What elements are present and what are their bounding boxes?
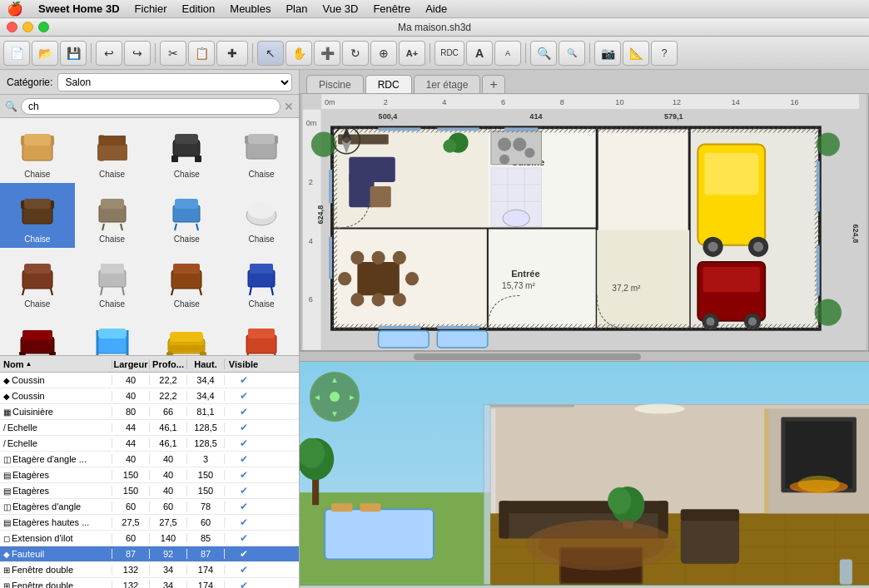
view3d[interactable]: ▲ ▼ ◄ ► — [300, 361, 869, 586]
tab-rdc[interactable]: RDC — [365, 75, 412, 93]
furniture-item[interactable]: Chaise — [0, 248, 75, 313]
furniture-item[interactable]: Chaise — [75, 118, 150, 183]
zoom-out[interactable]: 🔍 — [559, 41, 585, 66]
nav-up-arrow[interactable]: ▲ — [330, 375, 339, 384]
help-button[interactable]: ? — [651, 41, 678, 66]
paste-button[interactable]: 📋 — [188, 41, 215, 66]
table-row[interactable]: ⊞ Fenêtre double 132 34 174 ✔ — [0, 578, 299, 588]
select-tool[interactable]: ↖ — [257, 41, 284, 66]
table-row[interactable]: ⊞ Fenêtre double 132 34 174 ✔ — [0, 562, 299, 578]
measure-button[interactable]: 📐 — [623, 41, 649, 66]
svg-line-27 — [196, 224, 198, 230]
menu-fenetre[interactable]: Fenêtre — [366, 2, 417, 16]
furniture-item[interactable]: Fauteuil — [150, 313, 225, 355]
furniture-icon — [236, 189, 286, 235]
furniture-item-selected[interactable]: Chaise — [0, 183, 75, 248]
furniture-item[interactable]: Chaise — [150, 183, 225, 248]
save-button[interactable]: 💾 — [60, 41, 87, 66]
row-width: 150 — [112, 470, 150, 480]
furniture-item[interactable]: Chaise — [75, 248, 150, 313]
furniture-item[interactable]: Chaise — [224, 313, 299, 355]
table-row[interactable]: ▦ Cuisinière 80 66 81,1 ✔ — [0, 404, 299, 420]
table-row[interactable]: ◻ Extension d'ilot 60 140 85 ✔ — [0, 531, 299, 546]
furniture-item[interactable]: Chaise — [224, 118, 299, 183]
text-size[interactable]: A+ — [399, 41, 425, 66]
zoom-in[interactable]: 🔍 — [530, 41, 557, 66]
nav-left-arrow[interactable]: ◄ — [313, 393, 321, 402]
row-icon: ▤ — [3, 518, 11, 527]
floorplan-svg: 0m 2 4 6 8 10 12 14 16 0m 2 4 6 500,4 41… — [300, 94, 868, 350]
navigation-widget[interactable]: ▲ ▼ ◄ ► — [310, 372, 360, 422]
furniture-item[interactable]: Chaise — [0, 313, 75, 355]
col-width[interactable]: Largeur — [112, 359, 150, 369]
svg-text:624,8: 624,8 — [316, 205, 325, 225]
table-row[interactable]: / Echelle 44 46,1 128,5 ✔ — [0, 420, 299, 436]
nav-right-arrow[interactable]: ► — [348, 393, 356, 402]
menu-sweethome[interactable]: Sweet Home 3D — [32, 2, 127, 16]
row-height: 81,1 — [187, 407, 225, 417]
nav-circle[interactable]: ▲ ▼ ◄ ► — [310, 372, 360, 422]
col-height[interactable]: Haut. — [187, 359, 225, 369]
tab-piscine[interactable]: Piscine — [306, 75, 364, 93]
undo-button[interactable]: ↩ — [96, 41, 122, 66]
text-a1[interactable]: A — [466, 41, 493, 66]
camera-button[interactable]: 📷 — [594, 41, 621, 66]
col-depth[interactable]: Profo... — [150, 359, 187, 369]
maximize-button[interactable] — [38, 22, 49, 32]
search-clear-button[interactable]: ✕ — [284, 100, 294, 113]
new-button[interactable]: 📄 — [3, 41, 30, 66]
table-row[interactable]: ▤ Etagères hautes ... 27,5 27,5 60 ✔ — [0, 515, 299, 531]
nav-center[interactable] — [330, 392, 340, 402]
menu-meubles[interactable]: Meubles — [223, 2, 277, 16]
furniture-item[interactable]: Chaise — [224, 248, 299, 313]
furniture-item[interactable]: Chaise — [224, 183, 299, 248]
furniture-item[interactable]: Chaise — [75, 313, 150, 355]
apple-menu[interactable]: 🍎 — [7, 1, 23, 17]
table-row[interactable]: ◆ Coussin 40 22,2 34,4 ✔ — [0, 373, 299, 388]
table-row[interactable]: / Echelle 44 46,1 128,5 ✔ — [0, 436, 299, 452]
nav-down-arrow[interactable]: ▼ — [330, 409, 339, 418]
furniture-item[interactable]: Chaise — [150, 118, 225, 183]
col-visible[interactable]: Visible — [225, 359, 262, 369]
furniture-item[interactable]: Chaise — [150, 248, 225, 313]
text-a2[interactable]: A — [494, 41, 521, 66]
tab-1er-etage[interactable]: 1er étage — [414, 75, 481, 93]
furniture-item[interactable]: Chaise — [0, 118, 75, 183]
menu-vue3d[interactable]: Vue 3D — [315, 2, 365, 16]
add-button[interactable]: ✚ — [216, 41, 248, 66]
table-row[interactable]: ▤ Etagères 150 40 150 ✔ — [0, 467, 299, 483]
row-icon: ◫ — [3, 502, 11, 511]
minimize-button[interactable] — [22, 22, 33, 32]
pan-tool[interactable]: ✋ — [286, 41, 312, 66]
row-height: 174 — [187, 565, 225, 575]
close-button[interactable] — [7, 22, 17, 32]
create-room[interactable]: ➕ — [314, 41, 340, 66]
category-select[interactable]: Salon — [57, 73, 292, 91]
row-height: 150 — [187, 470, 225, 480]
table-row[interactable]: ◫ Etagères d'angle 60 60 78 ✔ — [0, 499, 299, 515]
row-icon: ▤ — [3, 471, 11, 480]
floorplan-scrollbar[interactable] — [300, 351, 869, 361]
col-name[interactable]: Nom ▲ — [0, 359, 112, 369]
table-row[interactable]: ◆ Fauteuil 87 92 87 ✔ — [0, 546, 299, 562]
svg-rect-169 — [484, 405, 490, 585]
redo-button[interactable]: ↪ — [124, 41, 151, 66]
menu-aide[interactable]: Aide — [419, 2, 454, 16]
row-depth: 22,2 — [150, 375, 187, 385]
rotate-tool[interactable]: ↻ — [342, 41, 369, 66]
menu-fichier[interactable]: Fichier — [128, 2, 174, 16]
tab-add-button[interactable]: + — [482, 75, 504, 93]
search-input[interactable] — [21, 98, 281, 115]
floorplan-area[interactable]: 0m 2 4 6 8 10 12 14 16 0m 2 4 6 500,4 41… — [300, 93, 869, 351]
menu-plan[interactable]: Plan — [279, 2, 314, 16]
table-row[interactable]: ◆ Coussin 40 22,2 34,4 ✔ — [0, 388, 299, 404]
table-row[interactable]: ▤ Etagères 150 40 150 ✔ — [0, 483, 299, 499]
table-row[interactable]: ◫ Etagère d'angle ... 40 40 3 ✔ — [0, 452, 299, 467]
rdc-button[interactable]: RDC — [434, 41, 464, 66]
rotate2-tool[interactable]: ⊕ — [370, 41, 397, 66]
furniture-item[interactable]: Chaise — [75, 183, 150, 248]
cut-button[interactable]: ✂ — [160, 41, 186, 66]
menu-edition[interactable]: Edition — [176, 2, 222, 16]
furniture-icon — [12, 189, 62, 235]
open-button[interactable]: 📂 — [32, 41, 58, 66]
